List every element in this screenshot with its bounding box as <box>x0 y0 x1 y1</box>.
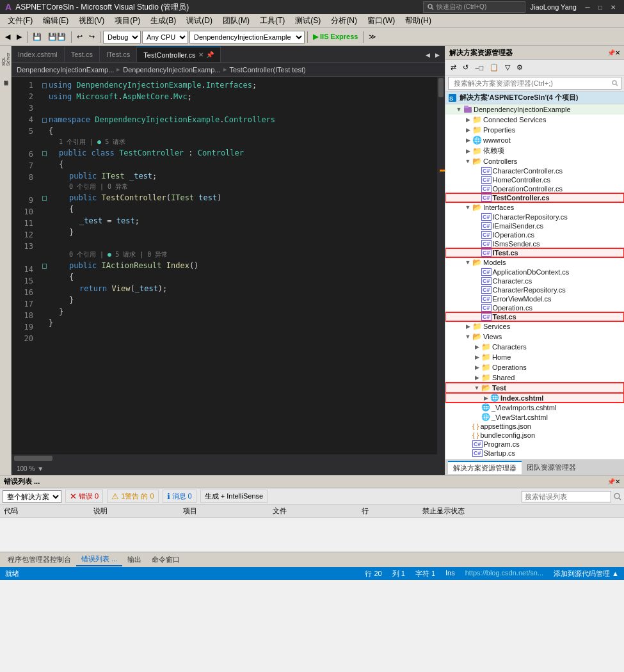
more-tbtn[interactable]: ≫ <box>366 30 379 44</box>
tree-viewimports[interactable]: 🌐 _ViewImports.cshtml <box>445 403 624 412</box>
se-collapse-btn[interactable]: −□ <box>472 61 486 75</box>
tree-project[interactable]: ▼ DenpendencyInjectionExample <box>445 104 624 115</box>
error-scope-select[interactable]: 整个解决方案 <box>3 490 61 503</box>
menu-analyze[interactable]: 分析(N) <box>326 14 362 28</box>
build-filter-badge[interactable]: 生成 + IntelliSense <box>200 490 268 503</box>
se-prop-btn[interactable]: 📋 <box>487 61 501 75</box>
tree-charrepository[interactable]: C# CharacterRepository.cs <box>445 285 624 294</box>
tree-operation[interactable]: C# Operation.cs <box>445 303 624 312</box>
editor-hscrollbar[interactable] <box>12 454 445 462</box>
tree-operation-controller[interactable]: C# OperationController.cs <box>445 184 624 193</box>
se-filter-btn[interactable]: ▽ <box>502 61 513 75</box>
editor-scrollbar[interactable] <box>437 77 445 454</box>
bottom-tab-error-list[interactable]: 错误列表 ... <box>76 553 122 566</box>
menu-project[interactable]: 项目(P) <box>109 14 145 28</box>
menu-tools[interactable]: 工具(T) <box>255 14 290 28</box>
menu-window[interactable]: 窗口(W) <box>362 14 400 28</box>
menu-edit[interactable]: 编辑(E) <box>38 14 74 28</box>
project-select[interactable]: DenpendencyInjectionExample <box>189 31 305 44</box>
back-btn[interactable]: ◀ <box>3 30 13 44</box>
menu-file[interactable]: 文件(F) <box>3 14 38 28</box>
tree-services[interactable]: ▶ 📁 Services <box>445 321 624 332</box>
tree-errorviewmodel[interactable]: C# ErrorViewModel.cs <box>445 294 624 303</box>
bottom-tab-command[interactable]: 命令窗口 <box>147 554 185 566</box>
tree-connected-services[interactable]: ▶ 📁 Connected Services <box>445 115 624 125</box>
tree-iemailsender[interactable]: C# IEmailSender.cs <box>445 221 624 230</box>
se-sync-btn[interactable]: ⇄ <box>448 61 459 75</box>
menu-test[interactable]: 测试(S) <box>290 14 326 28</box>
tree-ismssender[interactable]: C# ISmsSender.cs <box>445 239 624 248</box>
quick-launch[interactable]: 快速启动 (Ctrl+Q) <box>423 1 525 13</box>
tree-appdbcontext[interactable]: C# ApplicationDbContext.cs <box>445 268 624 276</box>
sidebar-sql-icon[interactable]: SQL Server <box>1 55 10 64</box>
tree-program[interactable]: C# Program.cs <box>445 440 624 449</box>
tree-ioperation[interactable]: C# IOperation.cs <box>445 230 624 239</box>
tree-shared-folder[interactable]: ▶ 📁 Shared <box>445 372 624 383</box>
panel-pin-btn[interactable]: 📌 <box>607 49 615 56</box>
tree-test-model[interactable]: C# Test.cs <box>445 312 624 321</box>
sidebar-resource-icon[interactable]: 资源视图 <box>1 84 10 93</box>
tree-models[interactable]: ▼ 📂 Models <box>445 257 624 268</box>
close-button[interactable]: ✕ <box>607 1 619 13</box>
tab-close-icon[interactable]: ✕ <box>198 51 204 58</box>
menu-help[interactable]: 帮助(H) <box>400 14 436 28</box>
restore-button[interactable]: □ <box>595 1 606 13</box>
tree-bundleconfig[interactable]: { } bundleconfig.json <box>445 431 624 440</box>
zoom-level[interactable]: 100 % <box>17 465 35 472</box>
code-text[interactable]: □ using DenpendencyInjectionExample.Inte… <box>37 77 437 454</box>
tab-scroll-right[interactable]: ▶ <box>433 48 442 62</box>
run-btn[interactable]: ▶ IIS Express <box>310 30 360 44</box>
minimize-button[interactable]: ─ <box>582 1 593 13</box>
panel-tab-team-explorer[interactable]: 团队资源管理器 <box>522 461 581 474</box>
tree-appsettings[interactable]: { } appsettings.json <box>445 422 624 431</box>
panel-close-btn[interactable]: ✕ <box>615 49 620 56</box>
tab-testcontroller-cs[interactable]: TestController.cs ✕ 📌 <box>137 47 220 62</box>
error-panel-close[interactable]: ✕ <box>615 478 620 485</box>
tree-character[interactable]: C# Character.cs <box>445 276 624 285</box>
tab-scroll-left[interactable]: ◀ <box>423 48 433 62</box>
menu-team[interactable]: 团队(M) <box>218 14 255 28</box>
menu-build[interactable]: 生成(B) <box>145 14 181 28</box>
warning-badge[interactable]: ⚠ 1警告 的 0 <box>107 490 158 503</box>
tree-home-controller[interactable]: C# HomeController.cs <box>445 175 624 184</box>
tree-operations-folder[interactable]: ▶ 📁 Operations <box>445 362 624 372</box>
tree-characters-folder[interactable]: ▶ 📁 Characters <box>445 342 624 352</box>
breadcrumb-item2[interactable]: DenpendencyInjectionExamp... <box>123 66 220 74</box>
tree-test-folder[interactable]: ▼ 📂 Test <box>445 383 624 393</box>
redo-btn[interactable]: ↪ <box>86 30 97 44</box>
tab-test-cs[interactable]: Test.cs <box>65 47 100 62</box>
tab-index-cshtml[interactable]: Index.cshtml <box>12 47 65 62</box>
platform-select[interactable]: Any CPU <box>142 31 188 44</box>
tree-itest[interactable]: C# ITest.cs <box>445 248 624 257</box>
undo-btn[interactable]: ↩ <box>74 30 85 44</box>
breadcrumb-item3[interactable]: TestController(ITest test) <box>230 66 306 74</box>
tree-test-controller[interactable]: C# TestController.cs <box>445 193 624 202</box>
code-editor[interactable]: 1 2 3 4 5 6 7 8 9 10 11 12 13 14 15 16 1… <box>12 77 445 454</box>
tree-startup[interactable]: C# Startup.cs <box>445 449 624 458</box>
bottom-tab-output[interactable]: 输出 <box>122 554 147 566</box>
se-refresh-btn[interactable]: ↺ <box>460 61 471 75</box>
save-btn[interactable]: 💾 <box>30 30 44 44</box>
menu-view[interactable]: 视图(V) <box>74 14 109 28</box>
se-search-input[interactable] <box>451 77 612 89</box>
menu-debug[interactable]: 调试(D) <box>181 14 218 28</box>
tree-character-controller[interactable]: C# CharacterController.cs <box>445 166 624 175</box>
tab-itest-cs[interactable]: ITest.cs <box>100 47 137 62</box>
breadcrumb-item1[interactable]: DenpendencyInjectionExamp... <box>17 66 114 74</box>
save-all-btn[interactable]: 💾💾 <box>45 30 68 44</box>
error-search-input[interactable] <box>522 491 611 502</box>
se-settings-btn[interactable]: ⚙ <box>514 61 525 75</box>
tree-controllers[interactable]: ▼ 📂 Controllers <box>445 156 624 166</box>
debug-mode-select[interactable]: Debug <box>103 31 141 44</box>
bottom-tab-package-manager[interactable]: 程序包管理器控制台 <box>3 554 76 566</box>
tree-interfaces[interactable]: ▼ 📂 Interfaces <box>445 202 624 212</box>
panel-tab-solution-explorer[interactable]: 解决方案资源管理器 <box>448 461 522 474</box>
status-git[interactable]: 添加到源代码管理 ▲ <box>554 569 619 579</box>
error-panel-pin[interactable]: 📌 <box>607 478 615 485</box>
tree-home-folder[interactable]: ▶ 📁 Home <box>445 352 624 362</box>
tree-wwwroot[interactable]: ▶ 🌐 wwwroot <box>445 135 624 145</box>
error-badge[interactable]: ✕ 错误 0 <box>65 490 103 503</box>
tree-icharrepository[interactable]: C# ICharacterRepository.cs <box>445 212 624 221</box>
tree-dependencies[interactable]: ▶ 📁 依赖项 <box>445 145 624 156</box>
tree-properties[interactable]: ▶ 📁 Properties <box>445 125 624 135</box>
